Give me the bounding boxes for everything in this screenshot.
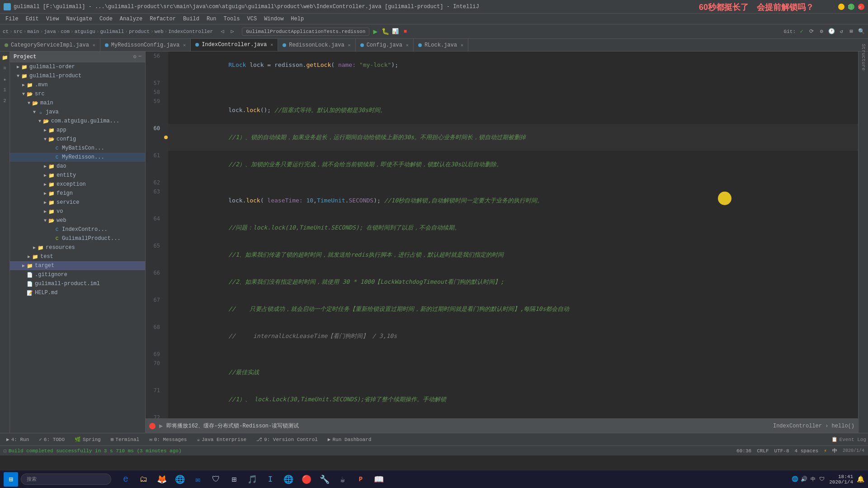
sidebar-collapse-icon[interactable]: −: [138, 53, 142, 60]
git-checkmark[interactable]: ✓: [797, 28, 806, 36]
windows-start-button[interactable]: ⊞: [4, 472, 18, 487]
taskbar-sound-icon[interactable]: 🔊: [800, 476, 807, 483]
tab-indexcontroller[interactable]: IndexController.java ✕: [191, 39, 278, 51]
tab-close-icon[interactable]: ✕: [93, 42, 95, 48]
sidebar-item-config[interactable]: ▼ 📂 config: [10, 135, 145, 144]
tab-close-icon[interactable]: ✕: [270, 42, 273, 47]
taskbar-search[interactable]: 搜索: [21, 474, 111, 485]
layout-icon[interactable]: ⊞: [847, 28, 855, 36]
taskbar-app-music[interactable]: 🎵: [244, 471, 260, 488]
sidebar-item-web[interactable]: ▼ 📂 web: [10, 216, 145, 225]
history-icon[interactable]: 🕐: [827, 28, 835, 36]
taskbar-notification-icon[interactable]: 🔔: [857, 475, 864, 483]
project-icon[interactable]: 📁: [1, 53, 9, 61]
taskbar-app-chrome[interactable]: 🌐: [172, 471, 188, 488]
sidebar-item-main[interactable]: ▼ 📂 main: [10, 99, 145, 108]
taskbar-app-red[interactable]: 🔴: [298, 471, 315, 488]
taskbar-network-icon[interactable]: 🌐: [791, 476, 798, 483]
sidebar-item-iml[interactable]: ▶ 📄 gulimall-product.iml: [10, 279, 145, 288]
sidebar-item-myredisson[interactable]: ▶ C MyRedisson...: [10, 153, 145, 162]
taskbar-app-ie[interactable]: e: [118, 471, 134, 488]
structure-icon[interactable]: ≡: [1, 64, 9, 72]
menu-edit[interactable]: Edit: [22, 15, 42, 23]
tab-close-icon[interactable]: ✕: [183, 42, 186, 48]
bottom-tab-terminal[interactable]: ⊞ Terminal: [106, 436, 144, 443]
favorites-icon[interactable]: ★: [1, 75, 9, 83]
find-icon[interactable]: 1: [1, 86, 9, 94]
line-ending[interactable]: CRLF: [757, 448, 769, 454]
menu-code[interactable]: Code: [96, 15, 116, 23]
maximize-button[interactable]: □: [848, 4, 854, 10]
sidebar-item-indexcontroller[interactable]: ▶ C IndexContro...: [10, 225, 145, 234]
sidebar-item-dao[interactable]: ▶ 📁 dao: [10, 162, 145, 171]
debug-button[interactable]: 🐛: [381, 28, 389, 36]
menu-window[interactable]: Window: [260, 15, 287, 23]
bottom-tab-vcs[interactable]: ⎇ 9: Version Control: [252, 436, 322, 443]
right-icon-1[interactable]: Structure: [859, 53, 868, 61]
stop-button[interactable]: ■: [401, 28, 409, 36]
bottom-tab-javaee[interactable]: ☕ Java Enterprise: [192, 436, 251, 443]
taskbar-app-tools[interactable]: 🔧: [316, 471, 333, 488]
taskbar-app-firefox[interactable]: 🦊: [154, 471, 170, 488]
file-encoding[interactable]: UTF-8: [774, 448, 789, 454]
sidebar-item-com[interactable]: ▼ 📂 com.atguigu.gulima...: [10, 117, 145, 126]
sidebar-item-test[interactable]: ▶ 📁 test: [10, 252, 145, 261]
menu-run[interactable]: Run: [203, 15, 220, 23]
menu-build[interactable]: Build: [179, 15, 203, 23]
bottom-tab-todo[interactable]: ✓ 6: TODO: [34, 436, 69, 443]
tab-myredissonconfig[interactable]: MyRedissonConfig.java ✕: [100, 39, 191, 51]
menu-navigate[interactable]: Navigate: [62, 15, 96, 23]
taskbar-ime-icon[interactable]: 中: [809, 476, 816, 483]
menu-vcs[interactable]: VCS: [244, 15, 261, 23]
taskbar-antivirus-icon[interactable]: 🛡: [818, 476, 826, 483]
sidebar-item-gulimall-order[interactable]: ▶ 📁 gulimall-order: [10, 62, 145, 71]
search-icon[interactable]: 🔍: [857, 28, 865, 36]
sidebar-settings-icon[interactable]: ⚙: [133, 53, 137, 60]
tab-redissonlock[interactable]: RedissonLock.java ✕: [278, 39, 355, 51]
sidebar-item-mvn[interactable]: ▶ 📁 .mvn: [10, 80, 145, 89]
tab-categoryserviceimpl[interactable]: CategoryServiceImpl.java ✕: [0, 39, 100, 51]
taskbar-app-shield[interactable]: 🛡: [208, 471, 224, 488]
sidebar-item-resources[interactable]: ▶ 📁 resources: [10, 243, 145, 252]
sidebar-item-entity[interactable]: ▶ 📁 entity: [10, 171, 145, 180]
tab-close-icon[interactable]: ✕: [348, 42, 351, 48]
menu-refactor[interactable]: Refactor: [146, 15, 179, 23]
bottom-tab-rundash[interactable]: ▶ Run Dashboard: [323, 436, 376, 443]
git-update[interactable]: ⟳: [807, 28, 816, 36]
menu-help[interactable]: Help: [287, 15, 307, 23]
bottom-tab-messages[interactable]: ✉ 0: Messages: [145, 436, 191, 443]
bottom-tab-run[interactable]: ▶ 4: Run: [2, 436, 33, 443]
taskbar-app-postman[interactable]: P: [353, 471, 369, 488]
close-button[interactable]: ✕: [858, 4, 864, 10]
back-button[interactable]: ◁: [218, 28, 226, 36]
code-editor[interactable]: 56 RLock lock = redisson.getLock( name: …: [146, 52, 858, 418]
sidebar-item-gulimallproductapptests[interactable]: ▶ C GulimallProduct...: [10, 234, 145, 243]
notification-close-button[interactable]: [149, 423, 156, 429]
menu-file[interactable]: File: [2, 15, 22, 23]
sidebar-item-app[interactable]: ▶ 📁 app: [10, 126, 145, 135]
tab-rlock[interactable]: RLock.java ✕: [414, 39, 468, 51]
sidebar-item-mybatiscon[interactable]: ▶ C MyBatisCon...: [10, 144, 145, 153]
settings-icon[interactable]: ⚙: [817, 28, 826, 36]
minimize-button[interactable]: ─: [838, 4, 844, 10]
forward-button[interactable]: ▷: [228, 28, 236, 36]
run-configuration[interactable]: GulimallProductApplicationTests.redisson: [242, 28, 369, 36]
revert-icon[interactable]: ↺: [837, 28, 845, 36]
sidebar-item-service[interactable]: ▶ 📁 service: [10, 198, 145, 207]
taskbar-app-file[interactable]: 🗂: [136, 471, 152, 488]
sidebar-item-gitignore[interactable]: ▶ 📄 .gitignore: [10, 270, 145, 279]
indent-info[interactable]: 4 spaces: [795, 448, 819, 454]
sidebar-item-gulimall-product[interactable]: ▼ 📁 gulimall-product: [10, 71, 145, 80]
sidebar-item-vo[interactable]: ▶ 📁 vo: [10, 207, 145, 216]
taskbar-app-browser2[interactable]: 🌐: [280, 471, 297, 488]
menu-analyze[interactable]: Analyze: [116, 15, 146, 23]
tab-config[interactable]: Config.java ✕: [356, 39, 414, 51]
coverage-button[interactable]: 📊: [391, 28, 399, 36]
taskbar-app-book[interactable]: 📖: [371, 471, 387, 488]
taskbar-app-java[interactable]: ☕: [335, 471, 351, 488]
sidebar-item-target[interactable]: ▶ 📁 target: [10, 261, 145, 270]
taskbar-app-mail[interactable]: ✉: [190, 471, 206, 488]
tab-close-icon[interactable]: ✕: [461, 42, 463, 48]
sidebar-item-help[interactable]: ▶ 📝 HELP.md: [10, 288, 145, 297]
tab-close-icon[interactable]: ✕: [406, 42, 409, 48]
